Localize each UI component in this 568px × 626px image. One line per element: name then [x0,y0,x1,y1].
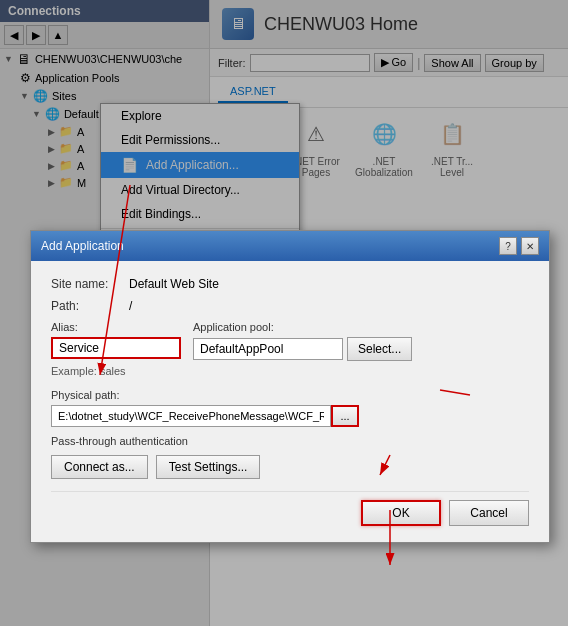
example-text: Example: sales [51,365,529,377]
dialog-titlebar-buttons: ? ✕ [499,237,539,255]
alias-input[interactable] [51,337,181,359]
dialog-titlebar: Add Application ? ✕ [31,231,549,261]
physical-path-input[interactable] [51,405,331,427]
site-name-row: Site name: Default Web Site [51,277,529,291]
site-name-label: Site name: [51,277,121,291]
dialog-help-button[interactable]: ? [499,237,517,255]
add-application-dialog: Add Application ? ✕ Site name: Default W… [30,230,550,543]
path-row: Path: / [51,299,529,313]
ok-button[interactable]: OK [361,500,441,526]
alias-group: Alias: [51,321,181,361]
app-pool-group: Application pool: Select... [193,321,529,361]
physical-path-section: Physical path: ... [51,389,529,427]
app-pool-input[interactable] [193,338,343,360]
dialog-title: Add Application [41,239,124,253]
path-label: Path: [51,299,121,313]
cancel-button[interactable]: Cancel [449,500,529,526]
alias-label: Alias: [51,321,181,333]
connect-as-button[interactable]: Connect as... [51,455,148,479]
dialog-content: Site name: Default Web Site Path: / Alia… [31,261,549,542]
browse-button[interactable]: ... [331,405,359,427]
passthrough-text: Pass-through authentication [51,435,529,447]
dialog-footer: Connect as... Test Settings... [51,455,529,479]
dialog-actions: OK Cancel [51,491,529,526]
app-pool-label: Application pool: [193,321,529,333]
physical-path-label: Physical path: [51,389,529,401]
iis-window: Connections ◀ ▶ ▲ ▼ 🖥 CHENWU03\CHENWU03\… [0,0,568,626]
dialog-close-button[interactable]: ✕ [521,237,539,255]
select-button[interactable]: Select... [347,337,412,361]
path-value: / [129,299,132,313]
test-settings-button[interactable]: Test Settings... [156,455,261,479]
alias-pool-row: Alias: Application pool: Select... [51,321,529,361]
site-name-value: Default Web Site [129,277,219,291]
